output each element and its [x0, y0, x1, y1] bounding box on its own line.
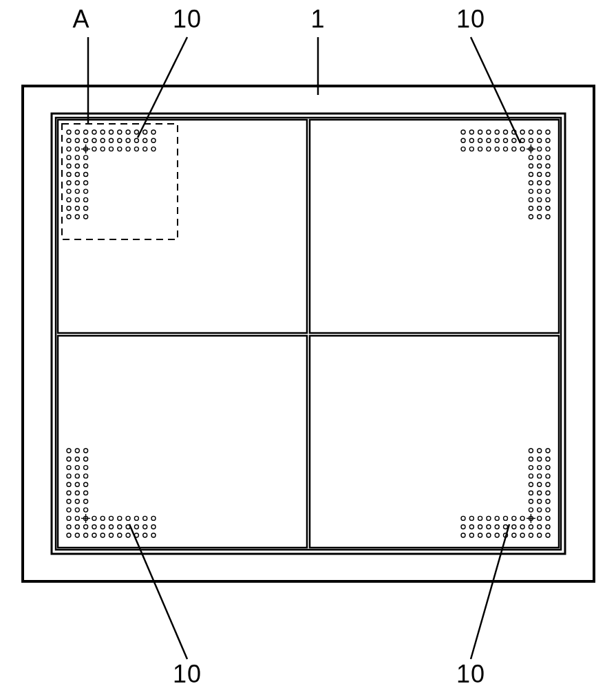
label-10-TL: 10: [173, 5, 202, 33]
marker-TL: [67, 130, 156, 219]
quadrant-TR: [310, 120, 559, 333]
svg-line-8: [471, 524, 509, 659]
svg-line-7: [129, 524, 187, 659]
label-A: A: [72, 5, 89, 33]
quadrant-BR: [310, 336, 559, 548]
figure-svg: A 10 1 10 10 10: [0, 0, 616, 688]
label-10-TR: 10: [456, 5, 485, 33]
marker-BL: [67, 449, 156, 537]
label-1: 1: [310, 5, 325, 33]
quadrant-BL: [58, 336, 307, 548]
label-10-BL: 10: [173, 660, 202, 688]
marker-TR: [461, 130, 550, 219]
marker-BR: [461, 449, 550, 537]
labels: A 10 1 10 10 10: [72, 5, 485, 688]
label-10-BR: 10: [456, 660, 485, 688]
quadrant-TL: [58, 120, 307, 333]
svg-line-6: [471, 37, 520, 143]
